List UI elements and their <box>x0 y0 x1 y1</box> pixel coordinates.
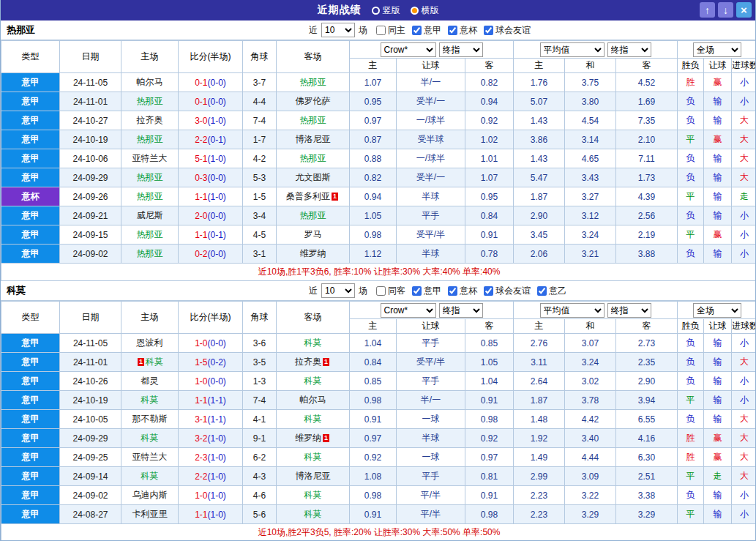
away-team: 热那亚 <box>277 73 350 92</box>
home-team: 那不勒斯 <box>121 410 179 429</box>
corner-count: 1-7 <box>243 130 277 149</box>
filter-checkbox[interactable] <box>448 26 457 35</box>
avg-draw-odds: 3.24 <box>565 225 616 245</box>
fulltime-score: 1-1 <box>195 395 207 406</box>
corner-count: 3-7 <box>243 73 277 92</box>
result-wdl: 负 <box>678 206 704 225</box>
home-team: 恩波利 <box>121 334 179 353</box>
score-cell: 2-2(1-0) <box>179 467 243 486</box>
match-date: 24-08-27 <box>60 505 121 524</box>
handicap-line: 半球 <box>397 187 465 206</box>
fulltime-score: 2-2 <box>195 135 207 145</box>
layout-radio-横版[interactable]: 横版 <box>411 4 439 17</box>
fulltime-score: 3-1 <box>195 414 207 425</box>
odds-stage-select-2[interactable]: 终指 <box>607 303 651 318</box>
filter-checkbox[interactable] <box>484 26 493 35</box>
fulltime-score: 2-3 <box>195 452 207 463</box>
filter-option-同客[interactable]: 同客 <box>376 285 405 297</box>
bookmaker-select[interactable]: Crow* <box>381 303 436 318</box>
filter-option-意甲[interactable]: 意甲 <box>412 24 441 37</box>
match-row: 意甲24-09-29科莫3-2(1-0)9-1维罗纳10.97半球0.921.9… <box>1 429 756 448</box>
filter-checkbox[interactable] <box>484 286 493 296</box>
close-icon[interactable]: × <box>736 2 752 18</box>
bookmaker-select[interactable]: Crow* <box>381 42 436 57</box>
handicap-line: 平手 <box>397 206 465 225</box>
filter-option-意杯[interactable]: 意杯 <box>448 285 477 297</box>
match-count-select[interactable]: 10 <box>321 23 355 37</box>
sub-column-header: 让球 <box>704 319 732 334</box>
filter-option-意乙[interactable]: 意乙 <box>537 285 566 297</box>
scope-select[interactable]: 全场 <box>693 42 741 57</box>
filter-option-意甲[interactable]: 意甲 <box>412 285 441 297</box>
column-header: 日期 <box>60 302 121 334</box>
handicap-away-odds: 0.92 <box>465 111 514 130</box>
away-team: 科莫 <box>277 372 350 391</box>
match-date: 24-09-29 <box>60 168 121 187</box>
scope-select[interactable]: 全场 <box>693 303 741 318</box>
handicap-home-odds: 0.94 <box>350 187 397 206</box>
filter-checkbox[interactable] <box>412 26 422 35</box>
match-date: 24-09-21 <box>60 206 121 225</box>
filter-checkbox[interactable] <box>537 286 547 296</box>
team-label: 乌迪内斯 <box>132 490 168 500</box>
odds-stage-select-2[interactable]: 终指 <box>607 42 651 57</box>
handicap-home-odds: 1.04 <box>350 334 397 353</box>
match-row: 意甲24-10-06亚特兰大5-1(1-0)4-2热那亚0.88一/球半1.01… <box>1 149 756 168</box>
avg-home-odds: 1.43 <box>514 149 565 168</box>
filter-option-球会友谊[interactable]: 球会友谊 <box>484 285 531 297</box>
filter-checkbox[interactable] <box>412 286 422 296</box>
result-wdl: 胜 <box>678 448 704 467</box>
result-wdl: 负 <box>678 245 704 264</box>
home-team: 热那亚 <box>121 92 179 111</box>
handicap-home-odds: 1.07 <box>350 73 397 92</box>
filter-checkbox[interactable] <box>376 286 386 296</box>
result-wdl: 平 <box>678 225 704 245</box>
handicap-away-odds: 0.98 <box>465 410 514 429</box>
corner-count: 5-3 <box>243 168 277 187</box>
avg-away-odds: 7.11 <box>616 149 678 168</box>
result-wdl: 胜 <box>678 73 704 92</box>
halftime-score: (0-2) <box>208 357 226 367</box>
filter-checkbox[interactable] <box>448 286 457 296</box>
filter-option-同主[interactable]: 同主 <box>376 24 405 37</box>
league-badge: 意甲 <box>1 410 60 429</box>
avg-away-odds: 1.69 <box>616 92 678 111</box>
away-team: 热那亚 <box>277 111 350 130</box>
avg-home-odds: 1.43 <box>514 111 565 130</box>
away-team: 佛罗伦萨 <box>277 92 350 111</box>
halftime-score: (1-0) <box>208 452 226 463</box>
result-handicap: 输 <box>704 168 732 187</box>
league-badge: 意甲 <box>1 353 60 372</box>
team-label: 科莫 <box>304 452 322 462</box>
match-count-select[interactable]: 10 <box>321 283 355 298</box>
away-team: 科莫 <box>277 410 350 429</box>
filter-checkbox[interactable] <box>376 26 386 35</box>
result-handicap: 输 <box>704 149 732 168</box>
result-goals: 小 <box>732 245 756 264</box>
average-select[interactable]: 平均值 <box>540 303 605 318</box>
odds-stage-select[interactable]: 终指 <box>439 303 483 318</box>
radio-icon <box>372 7 380 15</box>
scroll-up-button[interactable]: ↑ <box>700 2 715 18</box>
handicap-home-odds: 0.87 <box>350 130 397 149</box>
match-date: 24-10-19 <box>60 130 121 149</box>
handicap-home-odds: 0.82 <box>350 168 397 187</box>
avg-draw-odds: 4.65 <box>565 149 616 168</box>
filter-label: 同客 <box>388 285 405 297</box>
league-badge: 意杯 <box>1 187 60 206</box>
avg-home-odds: 3.11 <box>514 353 565 372</box>
halftime-score: (0-0) <box>208 97 226 107</box>
scroll-down-button[interactable]: ↓ <box>718 2 733 18</box>
result-goals: 小 <box>732 372 756 391</box>
handicap-home-odds: 0.88 <box>350 149 397 168</box>
filter-option-球会友谊[interactable]: 球会友谊 <box>484 24 531 37</box>
league-badge: 意甲 <box>1 391 60 410</box>
average-select[interactable]: 平均值 <box>540 42 605 57</box>
layout-radio-竖版[interactable]: 竖版 <box>372 4 400 17</box>
avg-away-odds: 2.73 <box>616 334 678 353</box>
odds-stage-select[interactable]: 终指 <box>439 42 483 57</box>
handicap-line: 平手 <box>397 334 465 353</box>
team-label: 热那亚 <box>137 229 163 239</box>
match-row: 意甲24-09-15热那亚1-1(0-1)4-5罗马0.98受平/半0.913.… <box>1 225 756 245</box>
filter-option-意杯[interactable]: 意杯 <box>448 24 477 37</box>
